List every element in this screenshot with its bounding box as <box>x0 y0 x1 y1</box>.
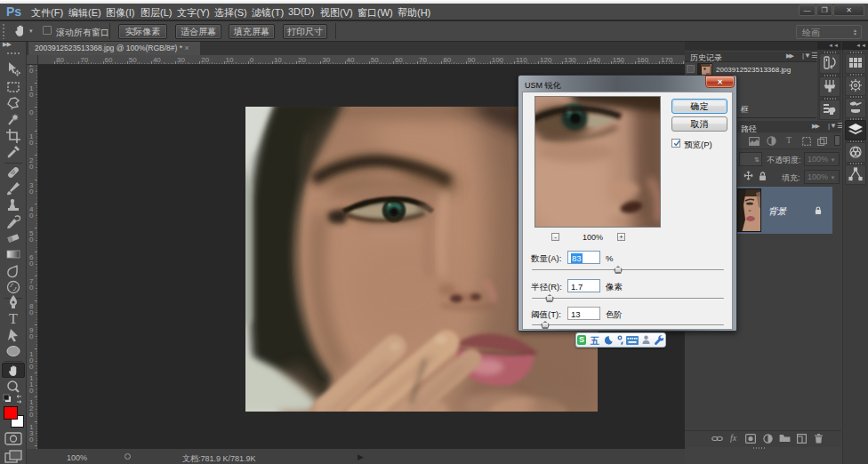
svg-text:T: T <box>9 311 18 326</box>
